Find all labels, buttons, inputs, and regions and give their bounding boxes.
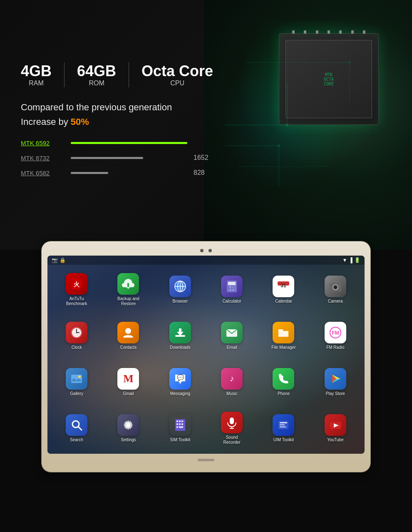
gmail-m-icon: M [123,373,134,385]
app-item-gallery[interactable]: Gallery [52,360,102,404]
app-item-browser[interactable]: Browser [155,267,205,312]
app-item-downloads[interactable]: Downloads [155,313,205,358]
svg-rect-64 [280,422,287,423]
app-label-calendar: Calendar [275,299,292,304]
battery-icon: 🔋 [354,257,360,263]
svg-rect-55 [176,423,178,425]
bench-bar-container-2 [71,172,187,174]
app-item-email[interactable]: Email [207,313,257,358]
tablet-bottom-bar [47,457,365,463]
app-item-soundrecorder[interactable]: Sound Recorder [207,406,257,450]
email-svg [225,326,238,339]
app-item-search[interactable]: Search [52,406,102,450]
bench-score-2: 828 [194,169,205,177]
filemanager-svg [277,326,290,339]
settings-svg [122,418,135,432]
backup-svg [122,277,135,291]
svg-point-6 [278,144,280,147]
app-label-filemanager: File Manager [271,345,295,350]
compare-highlight: 50% [71,117,89,127]
bench-bar-2 [71,172,108,174]
cpu-value: Octa Core [141,63,213,80]
playstore-svg [329,372,342,385]
app-item-camera[interactable]: Camera [310,267,360,312]
app-icon-filemanager [273,322,294,343]
app-item-calendar[interactable]: 31Calendar [258,267,308,312]
specs-area: 4GB RAM 64GB ROM Octa Core CPU Compared … [21,62,226,184]
svg-point-33 [76,332,77,333]
app-item-gmail[interactable]: MGmail [103,360,153,404]
status-left: 📷 🔒 [52,257,66,263]
app-item-playstore[interactable]: Play Store [310,360,360,404]
circuit-svg [204,0,412,250]
search-svg [70,418,83,432]
app-icon-contacts [117,322,139,343]
app-icon-clock [66,322,87,343]
bench-score-1: 1652 [194,154,208,162]
gallery-svg [70,372,83,385]
calendar-svg: 31 [277,280,290,293]
svg-marker-36 [177,328,184,336]
svg-point-5 [286,124,288,126]
bench-bar-container-1 [71,157,187,159]
uimtoolkit-svg [277,418,290,432]
compare-line1: Compared to the previous generation [21,102,172,112]
svg-rect-52 [176,420,178,422]
circuit-board-bg: MTKOCTACORE [204,0,412,250]
app-icon-phone [273,368,294,390]
app-label-backup: Backup and Restore [116,296,141,306]
svg-text:FM: FM [332,330,339,336]
sensor-dot [208,249,212,252]
app-label-settings: Settings [121,438,136,443]
app-label-fmradio: FM Radio [326,345,344,350]
app-icon-soundrecorder [221,412,243,433]
app-item-youtube[interactable]: YouTube [310,406,360,450]
app-label-playstore: Play Store [326,391,345,396]
wifi-icon: ▼ [343,257,347,263]
spec-rom: 64GB ROM [65,63,129,87]
app-icon-youtube [325,414,346,436]
app-item-simtoolkit[interactable]: SIM Toolkit [155,406,205,450]
app-item-filemanager[interactable]: File Manager [258,313,308,358]
app-item-fmradio[interactable]: FMFM Radio [310,313,360,358]
app-label-clock: Clock [72,345,82,350]
benchmarks-container: MTK 6592 MTK 8732 1652 MTK 6582 828 [21,139,226,177]
app-item-backup[interactable]: Backup and Restore [103,267,153,312]
svg-line-49 [78,427,82,430]
svg-rect-58 [176,426,178,428]
app-item-phone[interactable]: Phone [258,360,308,404]
bench-row-2: MTK 6582 828 [21,169,226,177]
svg-text:火: 火 [73,281,80,288]
app-item-messaging[interactable]: 💬Messaging [155,360,205,404]
spec-ram: 4GB RAM [21,63,64,87]
app-item-calculator[interactable]: + -× =Calculator [207,267,257,312]
status-bar: 📷 🔒 ▼ ▐ 🔋 [47,256,365,265]
soundrecorder-svg [225,416,238,429]
app-icon-downloads [169,322,191,343]
app-icon-backup [117,273,139,295]
app-label-messaging: Messaging [170,391,190,396]
app-item-settings[interactable]: Settings [103,406,153,450]
app-icon-playstore [325,368,346,390]
app-label-music: Music [226,391,237,396]
bench-row-0: MTK 6592 [21,139,226,147]
app-item-antutu[interactable]: 火AnTuTu Benchmark [52,267,102,312]
app-item-music[interactable]: ♪Music [207,360,257,404]
signal-icon: ▐ [349,257,352,263]
ram-label: RAM [21,80,52,87]
svg-point-34 [125,328,131,334]
app-item-uimtoolkit[interactable]: UIM Toolkit [258,406,308,450]
notification-icon: 📷 [52,257,58,263]
calculator-svg: + -× = [225,280,238,293]
youtube-svg [329,418,342,432]
app-item-clock[interactable]: Clock [52,313,102,358]
app-item-contacts[interactable]: Contacts [103,313,153,358]
browser-svg [174,280,187,293]
compare-line2: Increase by [21,117,71,127]
home-button[interactable] [198,459,214,461]
tablet-section: 📷 🔒 ▼ ▐ 🔋 火AnTuTu BenchmarkBackup and Re… [42,241,370,472]
app-label-antutu: AnTuTu Benchmark [64,296,89,306]
app-icon-uimtoolkit [273,414,294,436]
app-icon-browser [169,276,191,297]
svg-point-9 [348,61,351,64]
